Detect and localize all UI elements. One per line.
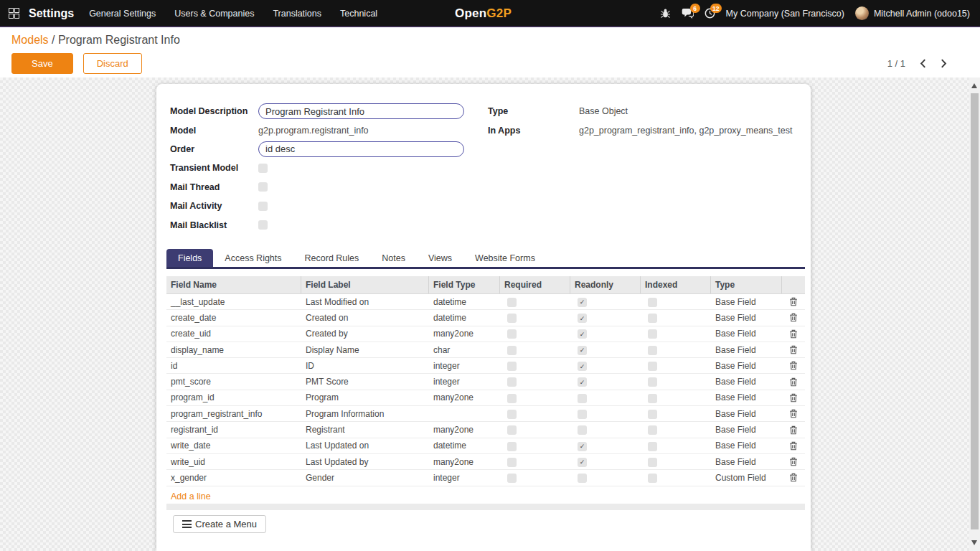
table-row[interactable]: program_idProgrammany2one✓✓✓Base Field [166, 390, 805, 406]
table-row[interactable]: idIDinteger✓✓✓Base Field [166, 358, 805, 374]
readonly-checkbox[interactable]: ✓ [578, 458, 587, 467]
table-row[interactable]: write_dateLast Updated ondatetime✓✓✓Base… [166, 438, 805, 454]
save-button[interactable]: Save [11, 53, 73, 74]
readonly-checkbox[interactable]: ✓ [578, 442, 587, 451]
column-header-field-label[interactable]: Field Label [301, 276, 429, 293]
delete-row-icon[interactable] [789, 313, 798, 322]
column-header-field-name[interactable]: Field Name [166, 276, 301, 293]
table-row[interactable]: program_registrant_infoProgram Informati… [166, 406, 805, 422]
delete-row-icon[interactable] [789, 361, 798, 370]
required-checkbox[interactable]: ✓ [507, 474, 517, 483]
required-checkbox[interactable]: ✓ [507, 362, 517, 371]
scrollbar-thumb[interactable] [971, 93, 979, 529]
required-checkbox[interactable]: ✓ [507, 314, 517, 323]
table-row[interactable]: registrant_idRegistrantmany2one✓✓✓Base F… [166, 422, 805, 438]
indexed-checkbox[interactable]: ✓ [648, 410, 657, 419]
mail-thread-checkbox[interactable]: ✓ [258, 182, 268, 192]
indexed-checkbox[interactable]: ✓ [648, 458, 657, 467]
create-a-menu-button[interactable]: Create a Menu [173, 515, 266, 533]
required-checkbox[interactable]: ✓ [507, 377, 517, 387]
indexed-checkbox[interactable]: ✓ [648, 425, 657, 435]
apps-grid-icon[interactable] [9, 8, 20, 19]
tab-views[interactable]: Views [417, 249, 463, 267]
horizontal-scrollbar[interactable] [166, 504, 805, 510]
indexed-checkbox[interactable]: ✓ [648, 442, 657, 451]
delete-row-icon[interactable] [789, 441, 798, 451]
scroll-up-icon[interactable] [971, 83, 977, 88]
pager-next-icon[interactable] [941, 59, 947, 68]
column-header-indexed[interactable]: Indexed [641, 276, 711, 293]
indexed-checkbox[interactable]: ✓ [648, 329, 657, 339]
delete-row-icon[interactable] [789, 345, 798, 354]
delete-row-icon[interactable] [789, 377, 798, 387]
table-row[interactable]: display_nameDisplay Namechar✓✓✓Base Fiel… [166, 342, 805, 358]
vertical-scrollbar[interactable] [969, 77, 980, 551]
readonly-checkbox[interactable]: ✓ [578, 410, 587, 419]
required-checkbox[interactable]: ✓ [507, 458, 517, 467]
tab-record-rules[interactable]: Record Rules [293, 249, 371, 267]
table-row[interactable]: write_uidLast Updated bymany2one✓✓✓Base … [166, 454, 805, 470]
indexed-checkbox[interactable]: ✓ [648, 474, 657, 483]
messages-icon[interactable]: 6 [682, 8, 694, 19]
tab-notes[interactable]: Notes [370, 249, 417, 267]
column-header-required[interactable]: Required [500, 276, 570, 293]
indexed-checkbox[interactable]: ✓ [648, 377, 657, 387]
delete-row-icon[interactable] [789, 329, 798, 339]
tab-fields[interactable]: Fields [166, 249, 213, 267]
column-header-type[interactable]: Type [711, 276, 782, 293]
indexed-checkbox[interactable]: ✓ [648, 346, 657, 355]
readonly-checkbox[interactable]: ✓ [578, 474, 587, 483]
required-checkbox[interactable]: ✓ [507, 394, 517, 403]
add-a-line-link[interactable]: Add a line [166, 491, 805, 501]
user-menu[interactable]: Mitchell Admin (odoo15) [874, 9, 970, 19]
indexed-checkbox[interactable]: ✓ [648, 314, 657, 323]
top-menu-item-translations[interactable]: Translations [263, 0, 331, 27]
top-menu-item-technical[interactable]: Technical [331, 0, 387, 27]
readonly-checkbox[interactable]: ✓ [578, 377, 587, 387]
company-switcher[interactable]: My Company (San Francisco) [726, 9, 844, 19]
delete-row-icon[interactable] [789, 425, 798, 435]
readonly-checkbox[interactable]: ✓ [578, 329, 587, 339]
required-checkbox[interactable]: ✓ [507, 329, 517, 339]
delete-row-icon[interactable] [789, 393, 798, 402]
delete-row-icon[interactable] [789, 473, 798, 482]
debug-bug-icon[interactable] [660, 8, 671, 19]
required-checkbox[interactable]: ✓ [507, 298, 517, 307]
scroll-down-icon[interactable] [971, 540, 977, 545]
required-checkbox[interactable]: ✓ [507, 425, 517, 435]
user-avatar[interactable] [855, 6, 869, 20]
table-row[interactable]: x_genderGenderinteger✓✓✓Custom Field [166, 470, 805, 486]
table-row[interactable]: create_dateCreated ondatetime✓✓✓Base Fie… [166, 310, 805, 326]
delete-row-icon[interactable] [789, 457, 798, 466]
delete-row-icon[interactable] [789, 409, 798, 418]
tab-website-forms[interactable]: Website Forms [463, 249, 547, 267]
required-checkbox[interactable]: ✓ [507, 442, 517, 451]
column-header-readonly[interactable]: Readonly [570, 276, 641, 293]
indexed-checkbox[interactable]: ✓ [648, 362, 657, 371]
delete-row-icon[interactable] [789, 297, 798, 306]
required-checkbox[interactable]: ✓ [507, 346, 517, 355]
table-row[interactable]: __last_updateLast Modified ondatetime✓✓✓… [166, 294, 805, 310]
readonly-checkbox[interactable]: ✓ [578, 346, 587, 355]
top-menu-item-general-settings[interactable]: General Settings [80, 0, 165, 27]
indexed-checkbox[interactable]: ✓ [648, 394, 657, 403]
readonly-checkbox[interactable]: ✓ [578, 362, 587, 371]
app-title[interactable]: Settings [29, 7, 74, 20]
required-checkbox[interactable]: ✓ [507, 410, 517, 419]
readonly-checkbox[interactable]: ✓ [578, 298, 587, 307]
activities-clock-icon[interactable]: 12 [705, 8, 715, 19]
model-description-input[interactable] [258, 103, 464, 119]
readonly-checkbox[interactable]: ✓ [578, 314, 587, 323]
pager-previous-icon[interactable] [920, 59, 926, 68]
discard-button[interactable]: Discard [83, 53, 142, 74]
table-row[interactable]: pmt_scorePMT Scoreinteger✓✓✓Base Field [166, 374, 805, 390]
column-header-field-type[interactable]: Field Type [429, 276, 500, 293]
mail-activity-checkbox[interactable]: ✓ [258, 202, 268, 211]
mail-blacklist-checkbox[interactable]: ✓ [258, 220, 268, 230]
tab-access-rights[interactable]: Access Rights [213, 249, 293, 267]
table-row[interactable]: create_uidCreated bymany2one✓✓✓Base Fiel… [166, 326, 805, 342]
transient-model-checkbox[interactable]: ✓ [258, 164, 268, 173]
breadcrumb-models-link[interactable]: Models [11, 34, 49, 46]
top-menu-item-users-companies[interactable]: Users & Companies [165, 0, 263, 27]
indexed-checkbox[interactable]: ✓ [648, 298, 657, 307]
